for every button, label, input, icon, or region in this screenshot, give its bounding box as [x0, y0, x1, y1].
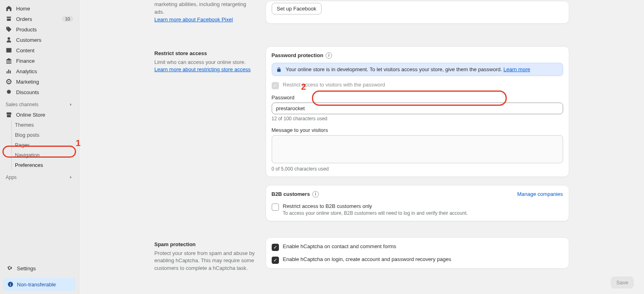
- sub-themes[interactable]: Themes: [11, 120, 79, 130]
- password-card-title: Password protection: [272, 52, 324, 58]
- setup-facebook-button[interactable]: Set up Facebook: [272, 3, 322, 14]
- facebook-card: Set up Facebook: [266, 1, 569, 24]
- nav-label: Marketing: [16, 79, 73, 85]
- nav-label: Discounts: [16, 89, 73, 95]
- nav-customers[interactable]: Customers: [0, 35, 79, 45]
- nav-label: Analytics: [16, 68, 73, 74]
- nav-label: Home: [16, 6, 73, 12]
- tag-icon: [6, 26, 12, 33]
- b2b-restrict-toggle[interactable]: Restrict access to B2B customers only To…: [272, 203, 563, 216]
- nav-home[interactable]: Home: [0, 3, 79, 14]
- plan-pill[interactable]: Non-transferable: [3, 278, 76, 291]
- person-icon: [6, 37, 12, 43]
- main-content: marketing abilities, including retargeti…: [79, 0, 644, 294]
- manage-companies-link[interactable]: Manage companies: [517, 191, 563, 197]
- nav-label: Finance: [16, 58, 73, 64]
- dev-store-banner: Your online store is in development. To …: [272, 63, 563, 76]
- sub-preferences[interactable]: Preferences: [11, 160, 79, 170]
- apps-heading[interactable]: Apps: [0, 170, 79, 182]
- discount-icon: [6, 89, 12, 95]
- visitor-message-textarea[interactable]: [272, 135, 563, 163]
- password-input[interactable]: [272, 103, 563, 114]
- nav-products[interactable]: Products: [0, 24, 79, 35]
- sub-pages[interactable]: Pages: [11, 140, 79, 150]
- b2b-title: B2B customers: [272, 191, 310, 197]
- sub-navigation[interactable]: Navigation: [11, 150, 79, 160]
- nav-content[interactable]: Content: [0, 45, 79, 56]
- nav-label: Online Store: [16, 112, 73, 118]
- spam-section-desc: Spam protection Protect your store from …: [155, 237, 256, 274]
- store-icon: [6, 111, 12, 118]
- checkbox-icon: [272, 244, 279, 251]
- password-hint: 12 of 100 characters used: [272, 116, 563, 121]
- facebook-desc-col: marketing abilities, including retargeti…: [155, 1, 256, 24]
- save-button[interactable]: Save: [611, 277, 634, 288]
- restrict-password-toggle: Restrict access to visitors with the pas…: [272, 82, 563, 89]
- restrict-section-desc: Restrict store access Limit who can acce…: [155, 46, 256, 76]
- nav-finance[interactable]: Finance: [0, 56, 79, 66]
- restrict-learn-link[interactable]: Learn more about restricting store acces…: [155, 66, 251, 72]
- password-protection-card: Password protection i Your online store …: [266, 46, 569, 177]
- restrict-heading: Restrict store access: [155, 50, 256, 56]
- facebook-learn-link[interactable]: Learn more about Facebook Pixel: [155, 16, 233, 23]
- lock-icon: [276, 67, 282, 72]
- bank-icon: [6, 58, 12, 64]
- banner-learn-link[interactable]: Learn more: [504, 66, 530, 72]
- nav-settings[interactable]: Settings: [3, 262, 76, 275]
- nav-discounts[interactable]: Discounts: [0, 87, 79, 97]
- annotation-num-2: 2: [301, 82, 306, 92]
- nav-orders[interactable]: Orders 10: [0, 14, 79, 24]
- sidebar: Home Orders 10 Products Customers Conten…: [0, 0, 79, 294]
- message-hint: 0 of 5,000 characters used: [272, 166, 563, 172]
- hcaptcha-login-toggle[interactable]: Enable hCaptcha on login, create account…: [272, 256, 563, 263]
- chevron-right-icon: [68, 175, 73, 180]
- gear-icon: [6, 265, 13, 272]
- nav-online-store[interactable]: Online Store: [0, 109, 79, 120]
- nav-label: Products: [16, 27, 73, 33]
- info-icon: [7, 281, 14, 288]
- home-icon: [6, 5, 12, 12]
- b2b-card: B2B customers i Manage companies Restric…: [266, 185, 569, 221]
- chevron-right-icon: [68, 102, 73, 107]
- target-icon: [6, 78, 12, 85]
- sales-channels-heading[interactable]: Sales channels: [0, 97, 79, 109]
- info-icon[interactable]: i: [312, 191, 319, 197]
- sub-blog-posts[interactable]: Blog posts: [11, 130, 79, 140]
- nav-label: Content: [16, 47, 73, 53]
- checkbox-icon: [272, 257, 279, 264]
- nav-label: Orders: [16, 16, 58, 22]
- image-icon: [6, 47, 12, 53]
- checkbox-icon: [272, 82, 279, 89]
- orders-icon: [6, 16, 12, 22]
- orders-badge: 10: [62, 16, 73, 22]
- annotation-num-1: 1: [76, 138, 80, 148]
- spam-card: Enable hCaptcha on contact and comment f…: [266, 237, 569, 269]
- info-icon[interactable]: i: [326, 52, 332, 59]
- message-label: Message to your visitors: [272, 127, 563, 133]
- hcaptcha-contact-toggle[interactable]: Enable hCaptcha on contact and comment f…: [272, 243, 563, 251]
- save-bar: Save: [611, 277, 634, 288]
- nav-label: Customers: [16, 37, 73, 43]
- nav-analytics[interactable]: Analytics: [0, 66, 79, 76]
- settings-label: Settings: [17, 265, 36, 271]
- nav-marketing[interactable]: Marketing: [0, 76, 79, 87]
- chart-icon: [6, 68, 12, 74]
- spam-heading: Spam protection: [155, 241, 256, 247]
- password-label: Password: [272, 95, 563, 101]
- online-store-subitems: Themes Blog posts Pages Navigation Prefe…: [0, 120, 79, 170]
- checkbox-icon: [272, 204, 279, 211]
